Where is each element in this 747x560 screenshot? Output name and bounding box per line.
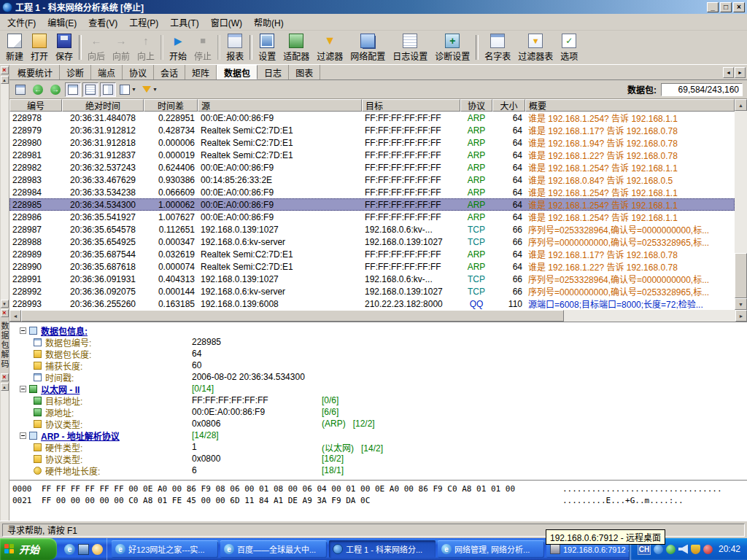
toolbar-button[interactable]: 名字表 xyxy=(481,31,514,63)
scroll-up-icon[interactable] xyxy=(1,383,9,391)
tree-node[interactable]: 捕获长度: 60 xyxy=(9,359,747,371)
packet-toolbar-button[interactable] xyxy=(117,82,139,97)
toolbar-button[interactable]: 过滤器 xyxy=(313,31,347,63)
menu-item[interactable]: 工程(P) xyxy=(123,14,164,31)
view-tab[interactable]: 矩阵 xyxy=(185,65,217,79)
packet-row[interactable]: 228989 20:36:35.687544 0.032619 Realtek … xyxy=(9,248,735,260)
scroll-up-icon[interactable] xyxy=(1,76,9,84)
task-button[interactable]: 好123网址之家---实... xyxy=(112,540,218,558)
packet-row[interactable]: 228988 20:36:35.654925 0.000347 192.168.… xyxy=(9,236,735,248)
toolbar-button[interactable]: 网络配置 xyxy=(347,31,389,63)
packet-row[interactable]: 228991 20:36:36.091931 0.404313 192.168.… xyxy=(9,273,735,285)
close-panel-icon[interactable] xyxy=(1,66,9,74)
packet-row[interactable]: 228993 20:36:36.255260 0.163185 192.168.… xyxy=(9,298,735,310)
quick-launch-icon[interactable] xyxy=(78,544,89,555)
tree-node[interactable]: 协议类型: 0x0806 (ARP) [12/2] xyxy=(9,418,747,429)
view-tab[interactable]: 数据包 xyxy=(217,65,258,79)
scrollbar-thumb[interactable] xyxy=(21,310,564,322)
packet-row[interactable]: 228978 20:36:31.484078 0.228951 00:0E:A0… xyxy=(9,112,735,124)
packet-row[interactable]: 228984 20:36:33.534238 0.066609 00:0E:A0… xyxy=(9,186,735,198)
toolbar-button[interactable]: 报表 xyxy=(222,31,247,63)
maximize-button[interactable]: □ xyxy=(720,2,732,12)
column-header[interactable]: 编号 xyxy=(9,99,62,112)
packet-toolbar-button[interactable] xyxy=(47,82,63,97)
titlebar[interactable]: 工程 1 - 科来网络分析系统 [停止] _ □ × xyxy=(0,0,747,14)
quick-launch-icon[interactable] xyxy=(64,544,75,555)
start-button[interactable]: 开始 xyxy=(0,538,57,560)
task-button[interactable]: 网络管理, 网络分析... xyxy=(438,540,544,558)
task-button[interactable]: 工程 1 - 科来网络分... xyxy=(329,540,436,558)
language-indicator[interactable]: CH xyxy=(638,543,651,555)
column-header[interactable]: 源 xyxy=(198,99,362,112)
tree-node[interactable]: 协议类型: 0x0800 [16/2] xyxy=(9,453,747,464)
close-decode-panel-icon[interactable] xyxy=(1,309,9,317)
tree-node[interactable]: 硬件地址长度: 6 [18/1] xyxy=(9,464,747,476)
toolbar-button[interactable]: 日志设置 xyxy=(389,31,431,63)
tab-scroll-right-icon[interactable] xyxy=(735,67,746,78)
view-tab[interactable]: 日志 xyxy=(258,65,289,79)
hex-line[interactable]: 0021 FF 00 00 00 00 00 C0 A8 01 FE 45 00… xyxy=(12,496,744,508)
packet-row[interactable]: 228985 20:36:34.534300 1.000062 00:0E:A0… xyxy=(9,198,735,211)
packet-toolbar-button[interactable] xyxy=(12,82,28,97)
view-tab[interactable]: 协议 xyxy=(123,65,154,79)
packet-list-vscrollbar[interactable] xyxy=(735,99,747,310)
scrollbar-thumb[interactable] xyxy=(735,253,747,298)
column-header[interactable]: 大小 xyxy=(492,99,525,112)
scroll-right-icon[interactable] xyxy=(735,310,747,322)
task-button[interactable]: 百度——全球最大中... xyxy=(220,540,327,558)
scroll-up-icon[interactable] xyxy=(735,99,747,111)
toolbar-button[interactable]: 向后 xyxy=(84,31,109,63)
tree-node[interactable]: 源地址: 00:0E:A0:00:86:F9 [6/6] xyxy=(9,406,747,418)
packet-row[interactable]: 228982 20:36:32.537243 0.624406 00:0E:A0… xyxy=(9,161,735,174)
decode-rail-scrollbar[interactable] xyxy=(1,383,9,521)
hex-line[interactable]: 0000 FF FF FF FF FF FF 00 0E A0 00 86 F9… xyxy=(12,484,744,496)
tree-node[interactable]: 目标地址: FF:FF:FF:FF:FF:FF [0/6] xyxy=(9,394,747,406)
packet-toolbar-button[interactable] xyxy=(82,82,98,97)
tree-node[interactable]: 时间戳: 2006-08-02 20:36:34.534300 xyxy=(9,371,747,383)
packet-toolbar-button[interactable] xyxy=(65,82,81,97)
tree-node[interactable]: 硬件类型: 1 (以太网) [14/2] xyxy=(9,441,747,453)
scroll-left-icon[interactable] xyxy=(9,310,21,322)
packet-row[interactable]: 228986 20:36:35.541927 1.007627 00:0E:A0… xyxy=(9,211,735,223)
menu-item[interactable]: 编辑(E) xyxy=(42,14,82,31)
scrollbar-track[interactable] xyxy=(1,84,9,300)
toolbar-button[interactable]: 打开 xyxy=(27,31,52,63)
toolbar-button[interactable]: 诊断设置 xyxy=(431,31,473,63)
minimize-button[interactable]: _ xyxy=(707,2,719,12)
tray-icon[interactable] xyxy=(691,545,700,554)
view-tab[interactable]: 会话 xyxy=(154,65,185,79)
column-header[interactable]: 协议 xyxy=(460,99,492,112)
view-tab[interactable]: 图表 xyxy=(289,65,320,79)
packet-row[interactable]: 228992 20:36:36.092075 0.000144 192.168.… xyxy=(9,285,735,298)
scroll-down-icon[interactable] xyxy=(735,298,747,310)
packet-row[interactable]: 228979 20:36:31.912812 0.428734 Realtek … xyxy=(9,124,735,136)
tab-scroll-left-icon[interactable] xyxy=(723,67,734,78)
collapse-expander-icon[interactable] xyxy=(20,386,26,392)
column-header[interactable]: 时间差 xyxy=(144,99,198,112)
toolbar-button[interactable]: 过滤器表 xyxy=(514,31,557,63)
scrollbar-track[interactable] xyxy=(21,310,735,322)
column-header[interactable]: 目标 xyxy=(362,99,460,112)
view-tab[interactable]: 诊断 xyxy=(60,65,91,79)
view-tab[interactable]: 概要统计 xyxy=(11,65,60,79)
menu-item[interactable]: 文件(F) xyxy=(1,14,42,31)
scroll-down-icon[interactable] xyxy=(1,300,9,308)
toolbar-button[interactable]: 适配器 xyxy=(279,31,313,63)
packet-toolbar-button[interactable] xyxy=(30,82,46,97)
menu-item[interactable]: 窗口(W) xyxy=(205,14,248,31)
tray-icon[interactable] xyxy=(703,545,713,554)
menu-item[interactable]: 帮助(H) xyxy=(248,14,290,31)
menu-item[interactable]: 查看(V) xyxy=(82,14,123,31)
toolbar-button[interactable]: 设置 xyxy=(255,31,279,63)
tree-node[interactable]: 数据包长度: 64 xyxy=(9,348,747,359)
clock[interactable]: 20:42 xyxy=(719,544,740,554)
packet-row[interactable]: 228987 20:36:35.654578 0.112651 192.168.… xyxy=(9,223,735,236)
packet-row[interactable]: 228980 20:36:31.912818 0.000006 Realtek … xyxy=(9,136,735,149)
packet-row[interactable]: 228983 20:36:33.467629 0.930386 00:14:85… xyxy=(9,174,735,186)
toolbar-button[interactable]: 保存 xyxy=(52,31,77,63)
column-header[interactable]: 绝对时间 xyxy=(62,99,144,112)
tree-node[interactable]: 数据包编号: 228985 xyxy=(9,336,747,348)
toolbar-button[interactable]: 停止 xyxy=(190,31,215,63)
toolbar-button[interactable]: 选项 xyxy=(557,31,581,63)
toolbar-button[interactable]: 开始 xyxy=(166,31,190,63)
